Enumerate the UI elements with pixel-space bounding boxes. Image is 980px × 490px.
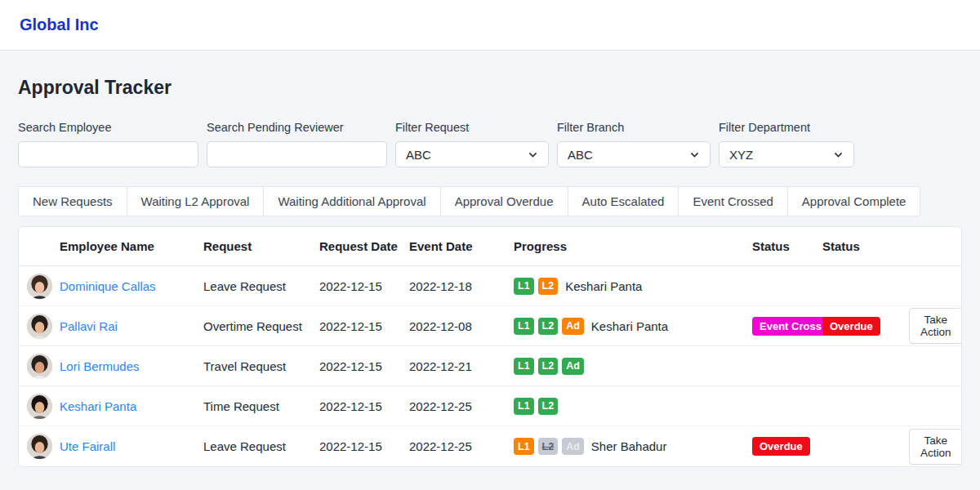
progress-step-l1: L1 xyxy=(514,438,534,455)
chevron-down-icon xyxy=(528,149,538,160)
table-row: Lori Bermudes Travel Request 2022-12-15 … xyxy=(19,346,961,386)
filter-label: Search Employee xyxy=(18,121,198,134)
avatar-photo xyxy=(27,434,52,459)
status-cell-1: Overdue xyxy=(752,437,822,456)
event-date-cell: 2022-12-25 xyxy=(409,399,514,413)
filter-select-value: ABC xyxy=(568,148,593,162)
avatar xyxy=(27,354,52,379)
take-action-button[interactable]: Take Action xyxy=(909,429,962,465)
table-row: Ute Fairall Leave Request 2022-12-15 202… xyxy=(19,426,961,466)
filter-select[interactable]: ABC xyxy=(557,141,710,167)
status-cell-2: Overdue xyxy=(822,317,909,336)
employee-name-link[interactable]: Lori Bermudes xyxy=(60,359,140,373)
tab[interactable]: Approval Overdue xyxy=(440,186,568,216)
avatar-cell xyxy=(19,314,60,339)
filter-select-value: ABC xyxy=(406,148,431,162)
progress-step-l1: L1 xyxy=(514,398,534,415)
filter-label: Filter Request xyxy=(395,121,549,134)
header-event-date: Event Date xyxy=(409,239,514,253)
avatar xyxy=(27,274,52,299)
progress-step-l2: L2 xyxy=(538,358,559,375)
header-request: Request xyxy=(203,239,319,253)
request-cell: Overtime Request xyxy=(203,319,319,333)
avatar-photo xyxy=(27,394,52,419)
filter-label: Filter Branch xyxy=(557,121,710,134)
page-title: Approval Tracker xyxy=(18,77,962,99)
filter-text-input[interactable] xyxy=(18,141,198,167)
employee-name-cell: Lori Bermudes xyxy=(60,359,203,373)
progress-step-l2: L2 xyxy=(538,278,559,295)
avatar xyxy=(27,394,52,419)
status-badge: Event Cross xyxy=(752,317,829,336)
status-cell-1: Event Cross xyxy=(752,317,822,336)
employee-name-link[interactable]: Keshari Panta xyxy=(60,399,136,413)
avatar-photo xyxy=(27,314,52,339)
avatar xyxy=(27,314,52,339)
brand-logo[interactable]: Global Inc xyxy=(20,16,99,34)
filter-label: Filter Department xyxy=(719,121,854,134)
tab[interactable]: Waiting L2 Approval xyxy=(127,186,265,216)
request-date-cell: 2022-12-15 xyxy=(319,439,409,453)
action-cell: Take Action xyxy=(909,429,962,465)
take-action-button[interactable]: Take Action xyxy=(909,308,962,344)
filter-group: Filter Department XYZ xyxy=(719,121,854,167)
progress-step-ad: Ad xyxy=(562,318,584,335)
status-badge: Overdue xyxy=(752,437,810,456)
employee-name-cell: Keshari Panta xyxy=(60,399,203,413)
chevron-down-icon xyxy=(689,149,700,160)
employee-name-cell: Ute Fairall xyxy=(60,439,203,453)
filter-group: Search Pending Reviewer xyxy=(207,121,387,167)
avatar-photo xyxy=(27,274,52,299)
action-cell: Take Action xyxy=(909,308,962,344)
header-status-1: Status xyxy=(752,239,822,253)
filter-group: Filter Request ABC xyxy=(395,121,549,167)
event-date-cell: 2022-12-25 xyxy=(409,439,514,453)
pending-reviewer: Keshari Panta xyxy=(565,279,642,293)
tab[interactable]: Approval Complete xyxy=(787,186,921,216)
filter-group: Search Employee xyxy=(18,121,198,167)
employee-name-link[interactable]: Pallavi Rai xyxy=(60,319,118,333)
filter-bar: Search Employee Search Pending Reviewer … xyxy=(18,121,962,167)
avatar-cell xyxy=(19,274,60,299)
progress-step-ad: Ad xyxy=(562,438,584,455)
pending-reviewer: Sher Bahadur xyxy=(591,439,667,453)
table-row: Keshari Panta Time Request 2022-12-15 20… xyxy=(19,386,961,426)
employee-name-cell: Dominique Callas xyxy=(60,279,203,293)
filter-select-value: XYZ xyxy=(729,148,753,162)
progress-step-l2: L2 xyxy=(538,318,559,335)
employee-name-link[interactable]: Ute Fairall xyxy=(60,439,115,453)
avatar-cell xyxy=(19,354,60,379)
progress-step-l2: L2 xyxy=(538,438,559,455)
tab[interactable]: Auto Escalated xyxy=(568,186,679,216)
progress-step-l1: L1 xyxy=(514,278,534,295)
filter-text-input[interactable] xyxy=(207,141,387,167)
app-header: Global Inc xyxy=(0,0,980,51)
avatar-cell xyxy=(19,394,60,419)
request-date-cell: 2022-12-15 xyxy=(319,399,409,413)
tab[interactable]: Waiting Additional Approval xyxy=(263,186,440,216)
filter-select[interactable]: XYZ xyxy=(719,141,854,167)
progress-step-ad: Ad xyxy=(562,358,584,375)
progress-step-l1: L1 xyxy=(514,318,534,335)
employee-name-link[interactable]: Dominique Callas xyxy=(60,279,156,293)
filter-select[interactable]: ABC xyxy=(395,141,549,167)
filter-group: Filter Branch ABC xyxy=(557,121,710,167)
main-content: Approval Tracker Search Employee Search … xyxy=(0,51,980,467)
table-body: Dominique Callas Leave Request 2022-12-1… xyxy=(19,266,961,466)
tab[interactable]: Event Crossed xyxy=(678,186,787,216)
status-badge: Overdue xyxy=(822,317,880,336)
table-row: Pallavi Rai Overtime Request 2022-12-15 … xyxy=(19,306,961,346)
progress-cell: L1L2AdSher Bahadur xyxy=(514,438,752,455)
progress-step-l1: L1 xyxy=(514,358,534,375)
request-cell: Travel Request xyxy=(203,359,319,373)
request-cell: Leave Request xyxy=(203,279,319,293)
tab[interactable]: New Requests xyxy=(18,186,127,216)
request-cell: Leave Request xyxy=(203,439,319,453)
request-date-cell: 2022-12-15 xyxy=(319,279,409,293)
progress-cell: L1L2 xyxy=(514,398,752,415)
filter-label: Search Pending Reviewer xyxy=(207,121,387,134)
progress-cell: L1L2AdKeshari Panta xyxy=(514,318,752,335)
progress-cell: L1L2Ad xyxy=(514,358,752,375)
header-status-2: Status xyxy=(822,239,909,253)
table-header-row: Employee Name Request Request Date Event… xyxy=(19,227,961,266)
